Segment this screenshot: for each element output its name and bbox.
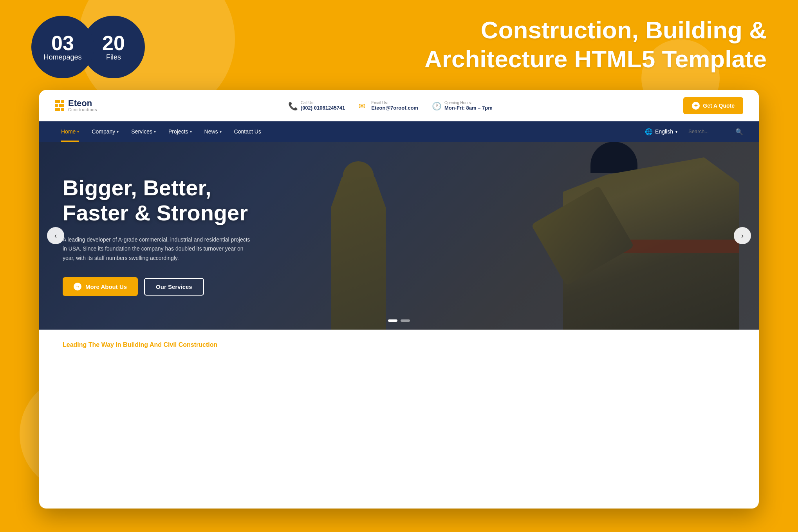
nav-news-label: News	[204, 128, 218, 135]
nav-projects-chevron: ▾	[190, 130, 192, 134]
nav-services-label: Services	[131, 128, 152, 135]
email-label: Email Us:	[371, 101, 418, 105]
our-services-button[interactable]: Our Services	[144, 278, 204, 296]
call-value: (002) 01061245741	[301, 105, 345, 111]
brick-4	[59, 104, 64, 107]
top-heading: Construction, Building & Architecture HT…	[424, 16, 767, 74]
hero-title: Bigger, Better, Faster & Stronger	[63, 175, 251, 226]
logo-name: Eteon	[68, 99, 97, 108]
brick-2	[61, 100, 64, 103]
arrow-left-icon: ‹	[54, 232, 57, 240]
brick-6	[61, 108, 64, 111]
plus-icon: +	[692, 102, 700, 110]
carousel-prev-button[interactable]: ‹	[47, 227, 64, 244]
logo-subtitle: Constructions	[68, 108, 97, 112]
arrow-right-icon: ›	[741, 232, 744, 240]
email-info: ✉ Email Us: Eteon@7oroof.com	[359, 101, 418, 111]
nav-item-company[interactable]: Company ▾	[85, 121, 125, 142]
arrow-icon: →	[74, 283, 81, 290]
email-text: Email Us: Eteon@7oroof.com	[371, 101, 418, 111]
nav-home-chevron: ▾	[77, 130, 79, 134]
get-quote-button[interactable]: + Get A Quote	[683, 97, 743, 114]
hours-value: Mon-Fri: 8am – 7pm	[444, 105, 493, 111]
nav-item-contact[interactable]: Contact Us	[228, 121, 267, 142]
brick-1	[55, 100, 60, 103]
dot-1[interactable]	[388, 319, 397, 322]
nav-contact-label: Contact Us	[234, 128, 261, 135]
site-topbar: Eteon Constructions 📞 Call Us: (002) 010…	[39, 90, 759, 121]
hero-title-line1: Bigger, Better,	[63, 175, 211, 200]
dot-2[interactable]	[401, 319, 410, 322]
call-info: 📞 Call Us: (002) 01061245741	[288, 101, 345, 111]
nav-company-chevron: ▾	[117, 130, 119, 134]
language-chevron: ▾	[675, 130, 677, 134]
search-input[interactable]	[685, 127, 732, 136]
language-selector[interactable]: 🌐 English ▾	[645, 128, 677, 135]
website-mockup: Eteon Constructions 📞 Call Us: (002) 010…	[39, 90, 759, 509]
quote-label: Get A Quote	[703, 103, 735, 109]
heading-line2: Architecture HTML5 Template	[424, 45, 767, 72]
nav-projects-label: Projects	[168, 128, 188, 135]
phone-icon: 📞	[288, 101, 297, 110]
logo-area: Eteon Constructions	[55, 99, 97, 112]
more-about-us-button[interactable]: → More About Us	[63, 277, 138, 296]
nav-item-services[interactable]: Services ▾	[125, 121, 162, 142]
nav-links: Home ▾ Company ▾ Services ▾ Projects ▾ N…	[55, 121, 267, 142]
hero-buttons: → More About Us Our Services	[63, 277, 251, 296]
homepages-badge: 03 Homepages	[31, 16, 94, 78]
language-label: English	[655, 128, 673, 135]
hero-content: Bigger, Better, Faster & Stronger A lead…	[39, 175, 274, 296]
brick-3	[55, 104, 58, 107]
files-number: 20	[102, 33, 125, 53]
topbar-info: 📞 Call Us: (002) 01061245741 ✉ Email Us:…	[288, 101, 493, 111]
call-label: Call Us:	[301, 101, 345, 105]
hours-label: Opening Hours:	[444, 101, 493, 105]
services-label: Our Services	[156, 283, 192, 290]
nav-item-home[interactable]: Home ▾	[55, 121, 85, 142]
logo-text: Eteon Constructions	[68, 99, 97, 112]
nav-item-news[interactable]: News ▾	[198, 121, 228, 142]
nav-news-chevron: ▾	[220, 130, 222, 134]
nav-home-label: Home	[61, 128, 76, 135]
search-area: 🔍	[685, 127, 743, 136]
email-icon: ✉	[359, 101, 367, 110]
clock-icon: 🕐	[432, 101, 441, 110]
carousel-dots	[388, 319, 410, 322]
site-navbar: Home ▾ Company ▾ Services ▾ Projects ▾ N…	[39, 121, 759, 142]
nav-right: 🌐 English ▾ 🔍	[645, 127, 743, 136]
search-icon[interactable]: 🔍	[735, 128, 743, 135]
nav-services-chevron: ▾	[154, 130, 156, 134]
homepages-label: Homepages	[43, 53, 81, 61]
hero-description: A leading developer of A-grade commercia…	[63, 235, 251, 263]
nav-company-label: Company	[92, 128, 115, 135]
more-about-label: More About Us	[85, 283, 127, 290]
bottom-section: Leading The Way In Building And Civil Co…	[39, 330, 759, 369]
heading-line1: Construction, Building &	[481, 16, 767, 43]
bottom-tag: Leading The Way In Building And Civil Co…	[63, 341, 217, 348]
carousel-next-button[interactable]: ›	[734, 227, 751, 244]
call-text: Call Us: (002) 01061245741	[301, 101, 345, 111]
email-value: Eteon@7oroof.com	[371, 105, 418, 111]
hero-section: Bigger, Better, Faster & Stronger A lead…	[39, 142, 759, 330]
brick-5	[55, 108, 60, 111]
hours-text: Opening Hours: Mon-Fri: 8am – 7pm	[444, 101, 493, 111]
nav-item-projects[interactable]: Projects ▾	[162, 121, 198, 142]
logo-icon	[55, 100, 64, 111]
homepages-number: 03	[51, 33, 74, 53]
globe-icon: 🌐	[645, 128, 653, 135]
hero-title-line2: Faster & Stronger	[63, 200, 248, 225]
hours-info: 🕐 Opening Hours: Mon-Fri: 8am – 7pm	[432, 101, 493, 111]
badges-area: 03 Homepages 20 Files	[31, 16, 145, 78]
files-label: Files	[106, 53, 121, 61]
